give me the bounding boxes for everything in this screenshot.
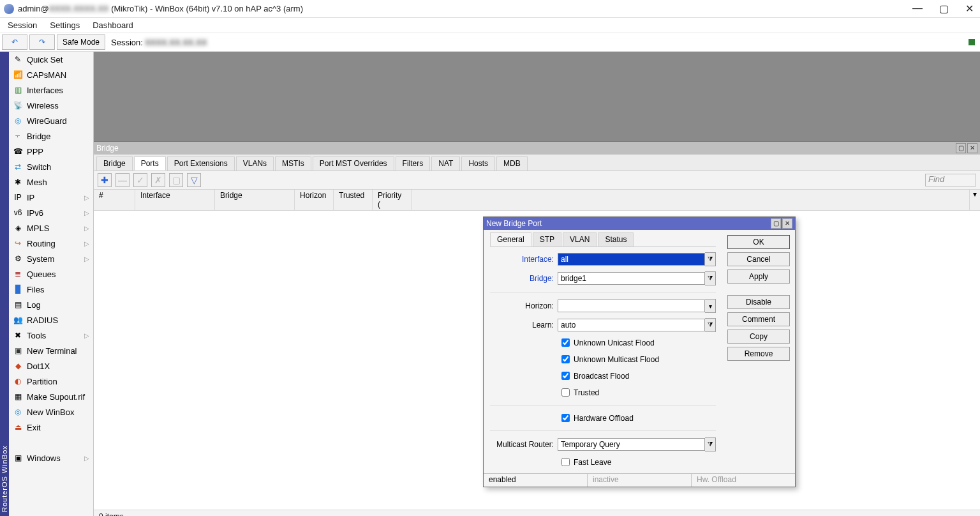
comment-button[interactable]: Comment: [727, 312, 790, 326]
sidebar-item-switch[interactable]: ⇄Switch: [9, 159, 93, 174]
learn-dropdown-icon[interactable]: ⧩: [705, 318, 716, 332]
bridge-window-titlebar[interactable]: Bridge ▢ ✕: [94, 142, 980, 155]
check-hw-offload[interactable]: [561, 414, 570, 422]
dialog-close-icon[interactable]: ✕: [782, 218, 792, 229]
cancel-button[interactable]: Cancel: [727, 252, 790, 266]
interface-dropdown-icon[interactable]: ⧩: [705, 252, 716, 266]
sidebar-item-wireless[interactable]: 📡Wireless: [9, 98, 93, 113]
sidebar-item-new-winbox[interactable]: ◎New WinBox: [9, 404, 93, 420]
tab-mdb[interactable]: MDB: [496, 156, 528, 171]
tab-filters[interactable]: Filters: [396, 156, 431, 171]
tab-port-mst-overrides[interactable]: Port MST Overrides: [313, 156, 394, 171]
bridge-field[interactable]: bridge1: [558, 272, 705, 285]
col-bridge[interactable]: Bridge: [215, 190, 295, 210]
add-button[interactable]: ✚: [98, 173, 112, 187]
sidebar-item-radius[interactable]: 👥RADIUS: [9, 312, 93, 328]
multicast-field[interactable]: Temporary Query: [558, 438, 705, 451]
check-unknown-unicast[interactable]: [561, 338, 570, 347]
sidebar-item-ppp[interactable]: ☎PPP: [9, 144, 93, 159]
dialog-maximize-icon[interactable]: ▢: [771, 218, 781, 229]
check-unknown-multicast[interactable]: [561, 355, 570, 363]
enable-button[interactable]: ✓: [133, 173, 147, 187]
sidebar-item-dot1x[interactable]: ◆Dot1X: [9, 358, 93, 374]
sidebar-item-files[interactable]: ▉Files: [9, 282, 93, 297]
tab-bridge[interactable]: Bridge: [96, 156, 133, 171]
tab-mstis[interactable]: MSTIs: [275, 156, 311, 171]
sidebar-item-ipv6[interactable]: v6IPv6▷: [9, 205, 93, 220]
dialog-tab-status[interactable]: Status: [598, 232, 634, 247]
sidebar-item-queues[interactable]: ≣Queues: [9, 266, 93, 282]
check-fast-leave[interactable]: [561, 458, 570, 466]
bridge-dropdown-icon[interactable]: ⧩: [705, 271, 716, 285]
tab-port-extensions[interactable]: Port Extensions: [167, 156, 235, 171]
menu-dashboard[interactable]: Dashboard: [93, 20, 133, 30]
col-trusted[interactable]: Trusted: [334, 190, 373, 210]
check-trusted[interactable]: [561, 388, 570, 397]
safe-mode-button[interactable]: Safe Mode: [57, 34, 105, 50]
sidebar-item-mesh[interactable]: ✱Mesh: [9, 174, 93, 190]
sidebar-item-bridge[interactable]: ⫟Bridge: [9, 128, 93, 144]
col-interface[interactable]: Interface: [135, 190, 215, 210]
sidebar-item-exit[interactable]: ⏏Exit: [9, 420, 93, 435]
find-input[interactable]: Find: [925, 174, 976, 186]
sidebar-item-tools[interactable]: ✖Tools▷: [9, 328, 93, 343]
menu-session[interactable]: Session: [8, 20, 37, 30]
disable-button[interactable]: ✗: [151, 173, 165, 187]
sidebar-item-system[interactable]: ⚙System▷: [9, 251, 93, 266]
comment-button[interactable]: ▢: [169, 173, 183, 187]
sidebar-item-partition[interactable]: ◐Partition: [9, 374, 93, 389]
dialog-tab-general[interactable]: General: [490, 232, 531, 247]
undo-button[interactable]: ↶: [2, 34, 27, 50]
sidebar-item-quick-set[interactable]: ✎Quick Set: [9, 52, 93, 67]
sidebar-icon: ▥: [13, 85, 23, 95]
col-priority[interactable]: Priority (: [373, 190, 412, 210]
sidebar-item-label: Tools: [27, 331, 46, 340]
tab-nat[interactable]: NAT: [431, 156, 460, 171]
horizon-field[interactable]: [558, 300, 705, 312]
menu-settings[interactable]: Settings: [50, 20, 80, 30]
bridge-close-icon[interactable]: ✕: [967, 143, 977, 153]
sidebar-item-label: Quick Set: [27, 55, 63, 64]
redo-button[interactable]: ↷: [29, 34, 55, 50]
ok-button[interactable]: OK: [727, 235, 790, 249]
close-icon[interactable]: ✕: [965, 3, 974, 15]
sidebar-item-capsman[interactable]: 📶CAPsMAN: [9, 67, 93, 82]
maximize-icon[interactable]: ▢: [939, 3, 949, 15]
remove-button[interactable]: Remove: [727, 347, 790, 361]
bridge-maximize-icon[interactable]: ▢: [956, 143, 966, 153]
sidebar-item-label: System: [27, 254, 54, 264]
dialog-titlebar[interactable]: New Bridge Port ▢ ✕: [484, 217, 795, 230]
tab-ports[interactable]: Ports: [134, 156, 166, 171]
minimize-icon[interactable]: —: [912, 3, 923, 15]
sidebar-icon: [13, 437, 23, 448]
check-broadcast[interactable]: [561, 372, 570, 380]
sidebar-item-ip[interactable]: IPIP▷: [9, 190, 93, 205]
dialog-tab-stp[interactable]: STP: [533, 232, 561, 247]
apply-button[interactable]: Apply: [727, 269, 790, 284]
col-horizon[interactable]: Horizon: [295, 190, 334, 210]
interface-field[interactable]: all: [558, 253, 705, 266]
sidebar-item-mpls[interactable]: ◈MPLS▷: [9, 220, 93, 236]
disable-button[interactable]: Disable: [727, 295, 790, 309]
sidebar-item-interfaces[interactable]: ▥Interfaces: [9, 82, 93, 98]
sidebar-item-routing[interactable]: ↪Routing▷: [9, 236, 93, 251]
sidebar-item-label: Exit: [27, 423, 41, 432]
sidebar-item-log[interactable]: ▤Log: [9, 297, 93, 312]
sidebar-item-make-supout.rif[interactable]: ▦Make Supout.rif: [9, 389, 93, 404]
col-dropdown-icon[interactable]: ▾: [969, 190, 980, 210]
sidebar-item-new-terminal[interactable]: ▣New Terminal: [9, 343, 93, 358]
remove-button[interactable]: —: [115, 173, 130, 187]
filter-button[interactable]: ▽: [187, 173, 201, 187]
window-title: admin@XXXX.XXXX.XX (MikroTik) - WinBox (…: [18, 4, 912, 13]
horizon-dropdown-icon[interactable]: ▾: [705, 299, 716, 313]
dialog-tab-vlan[interactable]: VLAN: [563, 232, 597, 247]
col-index[interactable]: #: [94, 190, 135, 210]
tab-vlans[interactable]: VLANs: [236, 156, 274, 171]
tab-hosts[interactable]: Hosts: [461, 156, 495, 171]
multicast-dropdown-icon[interactable]: ⧩: [705, 437, 716, 452]
sidebar-item-windows[interactable]: ▣Windows▷: [9, 450, 93, 466]
sidebar-icon: ⏏: [13, 422, 23, 432]
copy-button[interactable]: Copy: [727, 330, 790, 344]
learn-field[interactable]: auto: [558, 319, 705, 331]
sidebar-item-wireguard[interactable]: ◎WireGuard: [9, 113, 93, 128]
